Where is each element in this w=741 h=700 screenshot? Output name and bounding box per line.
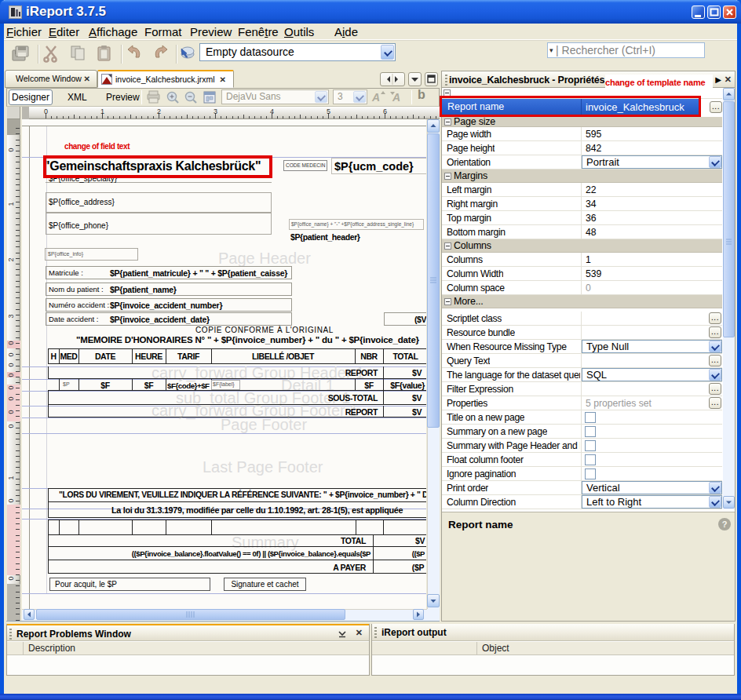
svg-text:A: A — [371, 91, 380, 104]
